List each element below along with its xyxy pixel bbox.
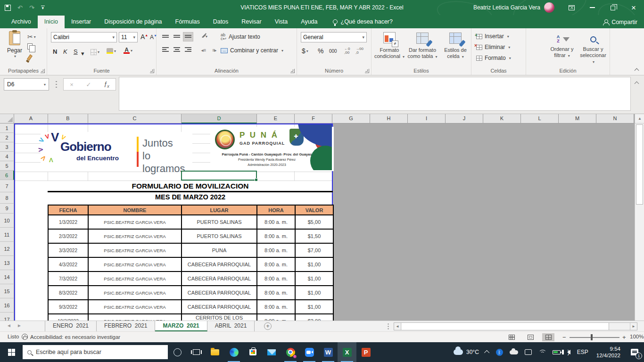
cell-valor[interactable]: $1,00 — [295, 286, 333, 300]
cortana-button[interactable] — [168, 342, 187, 362]
cell-fecha[interactable]: 7/3/2022 — [48, 272, 88, 286]
table-header-nombre[interactable]: NOMBRE — [88, 205, 182, 215]
name-box-resize-handle[interactable] — [56, 80, 57, 89]
sheet-tab-marzo-2021[interactable]: MARZO 2021 — [155, 321, 207, 331]
orientation-button[interactable]: ▾ — [198, 33, 207, 40]
row-header-16[interactable]: 16 — [0, 298, 14, 313]
cell-fecha[interactable]: 3/3/2022 — [48, 243, 88, 257]
format-as-table-button[interactable]: Dar formato como tabla ▾ — [405, 31, 439, 60]
accessibility-status[interactable]: Accesibilidad: es necesario investigar — [22, 334, 120, 340]
excel-button[interactable]: X — [338, 342, 356, 362]
row-header-5[interactable]: 5 — [0, 161, 14, 171]
currency-button[interactable]: $▾ — [302, 47, 308, 55]
mail-button[interactable] — [262, 342, 281, 362]
table-header-lugar[interactable]: LUGAR — [182, 205, 257, 215]
ribbon-tab-inicio[interactable]: Inicio — [38, 16, 65, 28]
increase-decimal-button[interactable]: ←0,00 — [344, 47, 350, 55]
column-header-B[interactable]: B — [48, 114, 88, 123]
sheet-nav-left-icon[interactable]: ◄ — [7, 323, 11, 328]
cell-hora[interactable]: 8:00 a. m. — [257, 314, 295, 321]
sheet-canvas[interactable]: V V V V V V V Gobierno del Encuentro Jun… — [14, 123, 635, 321]
cell-hora[interactable]: 8:00 a. m. — [257, 229, 295, 243]
cell-valor[interactable]: $1,00 — [295, 257, 333, 272]
cell-fecha[interactable]: 1/3/2022 — [48, 215, 88, 229]
volume-button[interactable] — [564, 342, 574, 362]
align-top-button[interactable] — [160, 32, 171, 41]
cell-hora[interactable]: 8:00 a. m. — [257, 243, 295, 257]
cell-valor[interactable]: $5,00 — [295, 215, 333, 229]
chrome-button[interactable] — [281, 342, 300, 362]
cell-nombre[interactable]: PSIC.BEATRIZ GARCIA VERA — [88, 300, 182, 314]
merge-center-button[interactable]: ↔Combinar y centrar▾ — [221, 47, 283, 54]
vertical-scroll-thumb[interactable] — [636, 124, 643, 205]
cell-nombre[interactable]: PSIC.BEATRIZ GARCIA VERA — [88, 229, 182, 243]
font-family-combo[interactable]: Calibri▾ — [51, 32, 117, 42]
onedrive-button[interactable] — [506, 342, 521, 362]
cell-hora[interactable]: 8:00 a. m. — [257, 257, 295, 272]
cell-nombre[interactable]: PSIC.BEATRIZ GARCIA VERA — [88, 314, 182, 321]
fill-color-button[interactable]: ▾ — [107, 48, 116, 54]
zoom-level[interactable]: 100% — [630, 334, 644, 339]
cell-fecha[interactable]: 2/3/2022 — [48, 229, 88, 243]
cell-styles-button[interactable]: Estilos de celda ▾ — [438, 31, 472, 60]
cell-nombre[interactable]: PSIC.BEATRIZ GARCIA VERA — [88, 272, 182, 286]
word-button[interactable]: W — [319, 342, 338, 362]
cell-fecha[interactable]: 9/3/2022 — [48, 300, 88, 314]
underline-button[interactable]: S — [74, 48, 78, 55]
cell-valor[interactable]: $1,00 — [295, 300, 333, 314]
zoom-in-button[interactable]: + — [622, 334, 626, 341]
cell-nombre[interactable]: PSIC.BEATRIZ GARCIA VERA — [88, 215, 182, 229]
ribbon-tab-vista[interactable]: Vista — [268, 16, 295, 28]
zoom-slider-track[interactable] — [570, 337, 619, 338]
underline-dropdown[interactable]: ▾ — [81, 50, 84, 57]
table-header-valor[interactable]: VALOR — [295, 205, 333, 215]
ribbon-tab-disposición-de-página[interactable]: Disposición de página — [98, 16, 168, 28]
horizontal-scrollbar[interactable]: ◄ ► — [394, 322, 637, 330]
column-header-A[interactable]: A — [14, 114, 48, 123]
edge-button[interactable] — [224, 342, 243, 362]
number-dialog-launcher[interactable] — [365, 69, 369, 73]
cell-lugar[interactable]: PUNA — [182, 243, 257, 257]
zoom-slider-thumb[interactable] — [591, 334, 593, 340]
sort-filter-button[interactable]: AZ Ordenar y filtrar ▾ — [547, 32, 577, 59]
select-all-corner[interactable] — [0, 114, 14, 123]
cancel-icon[interactable]: × — [70, 81, 74, 88]
cell-lugar[interactable]: CABECERA PARROQUIAL — [182, 286, 257, 300]
cell-hora[interactable]: 8:00 a. m. — [257, 286, 295, 300]
cell-lugar[interactable]: CABECERA PARROQUIAL — [182, 300, 257, 314]
increase-indent-button[interactable]: ≡▸ — [209, 45, 220, 55]
close-button[interactable]: × — [623, 0, 644, 15]
align-right-button[interactable] — [183, 45, 193, 55]
table-header-fecha[interactable]: FECHA — [48, 205, 88, 215]
row-header-3[interactable]: 3 — [0, 142, 14, 152]
paste-button[interactable]: Pegar ▾ — [4, 31, 25, 66]
vertical-scrollbar[interactable]: ▲ — [635, 114, 644, 321]
selected-cell-d6[interactable] — [181, 171, 257, 181]
clipboard-dialog-launcher[interactable] — [41, 69, 45, 73]
user-name[interactable]: Beatriz Leticia Garcia Vera — [473, 4, 540, 11]
ribbon-tab-ayuda[interactable]: Ayuda — [294, 16, 324, 28]
tray-expand-button[interactable] — [482, 342, 493, 362]
scroll-right-icon[interactable]: ► — [630, 323, 637, 330]
cell-valor[interactable]: $1,50 — [295, 229, 333, 243]
column-header-H[interactable]: H — [370, 114, 408, 123]
cell-lugar[interactable]: PUERTO SALINAS — [182, 229, 257, 243]
row-header-14[interactable]: 14 — [0, 270, 14, 284]
cell-valor[interactable]: $2,00 — [295, 314, 333, 321]
table-header-hora[interactable]: HORA — [257, 205, 295, 215]
ribbon-tab-fórmulas[interactable]: Fórmulas — [169, 16, 206, 28]
row-header-1[interactable]: 1 — [0, 123, 14, 133]
normal-view-button[interactable] — [505, 333, 518, 341]
align-bottom-button[interactable] — [183, 32, 193, 41]
insert-cells-button[interactable]: +Insertar▾ — [476, 33, 509, 40]
column-header-N[interactable]: N — [596, 114, 634, 123]
column-header-F[interactable]: F — [295, 114, 332, 123]
cell-hora[interactable]: 8:00 a. m. — [257, 300, 295, 314]
format-painter-button[interactable] — [28, 55, 31, 60]
ribbon-display-options-button[interactable] — [561, 0, 582, 15]
clock[interactable]: 9:5412/4/2022 — [592, 346, 625, 359]
font-color-button[interactable]: A▾ — [124, 47, 132, 54]
column-header-E[interactable]: E — [257, 114, 295, 123]
share-button[interactable]: Compartir — [603, 19, 637, 25]
comma-style-button[interactable]: 000 — [329, 49, 337, 54]
